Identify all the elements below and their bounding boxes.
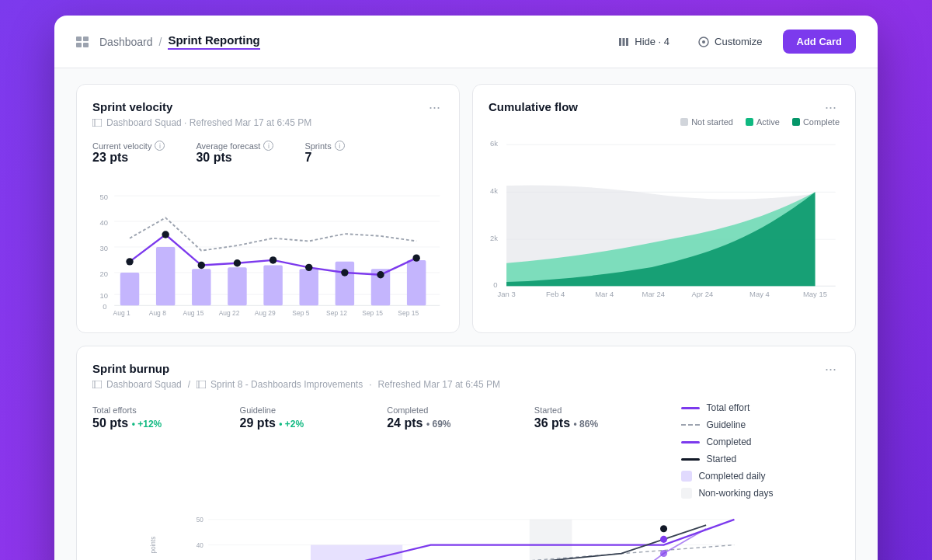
burnup-subtitle-team: Dashboard Squad bbox=[106, 379, 182, 390]
burnup-completed-badge: • 69% bbox=[426, 419, 451, 430]
svg-text:Aug 22: Aug 22 bbox=[219, 309, 240, 317]
burnup-legend-guideline-label: Guideline bbox=[706, 419, 746, 430]
cumulative-card-header: Cumulative flow ··· bbox=[489, 100, 840, 114]
top-cards-row: Sprint velocity ··· Dashboard Squad · Re… bbox=[76, 84, 856, 333]
svg-text:Sep 5: Sep 5 bbox=[292, 309, 309, 317]
cumulative-legend: Not started Active Complete bbox=[489, 117, 840, 127]
velocity-forecast-value: 30 pts bbox=[196, 151, 273, 165]
cumulative-chart: 6k 4k 2k 0 bbox=[489, 133, 840, 304]
svg-rect-20 bbox=[120, 273, 139, 305]
svg-text:Sep 15: Sep 15 bbox=[398, 309, 419, 317]
legend-label-active: Active bbox=[756, 117, 780, 127]
burnup-legend-nonworking-label: Non-working days bbox=[698, 488, 773, 499]
cumulative-title: Cumulative flow bbox=[489, 100, 578, 113]
burnup-legend-completed-daily-label: Completed daily bbox=[698, 471, 765, 482]
svg-text:30: 30 bbox=[99, 244, 107, 252]
cumulative-more-button[interactable]: ··· bbox=[822, 100, 840, 114]
customize-button[interactable]: Customize bbox=[690, 31, 770, 53]
svg-text:Aug 1: Aug 1 bbox=[113, 309, 130, 317]
legend-not-started: Not started bbox=[680, 117, 733, 127]
velocity-subtitle-text: Dashboard Squad · Refreshed Mar 17 at 6:… bbox=[106, 117, 311, 128]
svg-rect-22 bbox=[192, 269, 210, 305]
burnup-legend-completed: Completed bbox=[681, 437, 840, 447]
svg-text:May 15: May 15 bbox=[803, 290, 827, 298]
svg-point-78 bbox=[660, 550, 667, 557]
svg-rect-62 bbox=[92, 381, 102, 388]
svg-rect-6 bbox=[92, 119, 102, 127]
svg-rect-21 bbox=[156, 247, 175, 305]
legend-label-not-started: Not started bbox=[691, 117, 733, 127]
svg-rect-26 bbox=[336, 262, 354, 305]
burnup-legend-total-label: Total effort bbox=[706, 402, 749, 413]
svg-text:4k: 4k bbox=[490, 186, 498, 195]
burnup-stat-total: Total efforts 50 pts • +12% bbox=[92, 402, 224, 430]
burnup-stat-guideline: Guideline 29 pts • +2% bbox=[240, 402, 372, 430]
velocity-sprints-value: 7 bbox=[304, 151, 344, 165]
svg-point-77 bbox=[660, 536, 667, 543]
burnup-legend-completed-daily: Completed daily bbox=[681, 471, 840, 482]
svg-text:50: 50 bbox=[99, 193, 107, 201]
velocity-sprints-label: Sprints i bbox=[304, 141, 344, 151]
svg-text:Mar 24: Mar 24 bbox=[642, 290, 665, 298]
top-bar: Dashboard / Sprint Reporting Hide · 4 Cu… bbox=[54, 16, 878, 68]
svg-text:20: 20 bbox=[99, 270, 107, 278]
svg-text:40: 40 bbox=[196, 542, 204, 549]
velocity-current-label: Current velocity i bbox=[92, 141, 165, 151]
legend-dot-complete bbox=[792, 118, 800, 126]
svg-rect-74 bbox=[311, 545, 402, 560]
burnup-subtitle-separator: / bbox=[188, 379, 190, 390]
svg-point-32 bbox=[234, 259, 241, 266]
legend-active: Active bbox=[746, 117, 780, 127]
add-card-button[interactable]: Add Card bbox=[783, 30, 857, 54]
svg-line-76 bbox=[208, 545, 734, 560]
burnup-completed-value: 24 pts • 69% bbox=[387, 416, 519, 430]
svg-text:points: points bbox=[150, 537, 157, 554]
burnup-subtitle-dot: · bbox=[369, 379, 371, 390]
svg-rect-75 bbox=[530, 520, 572, 560]
svg-point-34 bbox=[305, 264, 312, 271]
velocity-subtitle: Dashboard Squad · Refreshed Mar 17 at 6:… bbox=[92, 117, 443, 128]
burnup-more-button[interactable]: ··· bbox=[822, 362, 840, 376]
sprint-burnup-card: Sprint burnup ··· Dashboard Squad / Spri… bbox=[76, 346, 856, 560]
svg-rect-0 bbox=[76, 37, 82, 41]
svg-text:Aug 8: Aug 8 bbox=[149, 309, 166, 317]
svg-text:50: 50 bbox=[196, 517, 204, 523]
velocity-card-header: Sprint velocity ··· bbox=[92, 100, 443, 114]
velocity-forecast-label: Average forecast i bbox=[196, 141, 273, 151]
legend-complete: Complete bbox=[792, 117, 840, 127]
burnup-legend-guideline: Guideline bbox=[681, 419, 840, 430]
breadcrumb-parent[interactable]: Dashboard bbox=[99, 36, 153, 48]
sprint-velocity-card: Sprint velocity ··· Dashboard Squad · Re… bbox=[76, 84, 460, 333]
legend-dot-not-started bbox=[680, 118, 688, 126]
svg-rect-2 bbox=[76, 43, 82, 47]
burnup-legend: Total effort Guideline Completed Started bbox=[681, 402, 840, 499]
cumulative-flow-card: Cumulative flow ··· Not started Active bbox=[472, 84, 856, 333]
burnup-started-label: Started bbox=[534, 405, 562, 415]
svg-text:6k: 6k bbox=[490, 139, 498, 148]
burnup-legend-started-label: Started bbox=[706, 454, 736, 464]
legend-dot-active bbox=[746, 118, 753, 126]
hide-button[interactable]: Hide · 4 bbox=[610, 31, 677, 52]
legend-line-total bbox=[681, 407, 700, 409]
burnup-legend-started: Started bbox=[681, 454, 840, 464]
svg-text:Mar 4: Mar 4 bbox=[595, 290, 614, 298]
breadcrumb: Dashboard / Sprint Reporting bbox=[76, 33, 260, 50]
main-container: Dashboard / Sprint Reporting Hide · 4 Cu… bbox=[54, 16, 878, 560]
legend-line-completed bbox=[681, 441, 700, 443]
info-icon-sprints: i bbox=[335, 141, 345, 151]
velocity-stat-sprints: Sprints i 7 bbox=[304, 141, 344, 165]
svg-point-29 bbox=[126, 258, 133, 265]
velocity-more-button[interactable]: ··· bbox=[426, 100, 443, 114]
svg-rect-64 bbox=[196, 381, 206, 388]
svg-point-79 bbox=[660, 525, 667, 532]
velocity-stats-row: Current velocity i 23 pts Average foreca… bbox=[92, 141, 443, 165]
svg-text:0: 0 bbox=[493, 280, 497, 289]
burnup-total-badge: • +12% bbox=[132, 419, 162, 430]
svg-rect-23 bbox=[228, 267, 246, 305]
svg-point-36 bbox=[377, 271, 384, 278]
grid-icon bbox=[76, 37, 90, 47]
breadcrumb-current: Sprint Reporting bbox=[168, 33, 259, 50]
legend-line-guideline bbox=[681, 424, 700, 426]
customize-label: Customize bbox=[715, 36, 762, 47]
svg-text:Feb 4: Feb 4 bbox=[546, 290, 565, 298]
